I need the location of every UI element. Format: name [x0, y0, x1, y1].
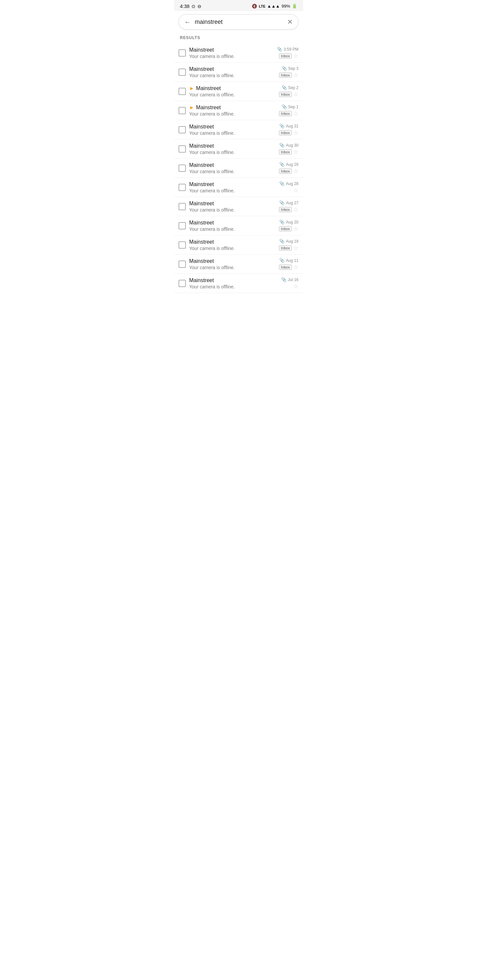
star-button-11[interactable]: ☆ [293, 264, 298, 270]
email-checkbox-7[interactable] [179, 184, 186, 191]
star-button-2[interactable]: ☆ [293, 91, 298, 97]
star-button-5[interactable]: ☆ [293, 149, 298, 155]
star-button-10[interactable]: ☆ [293, 245, 298, 251]
email-checkbox-3[interactable] [179, 107, 186, 114]
inbox-badge-9: Inbox [279, 226, 292, 231]
email-item[interactable]: Mainstreet Your camera is offline. 📎 Jul… [174, 274, 303, 293]
email-item[interactable]: Mainstreet Your camera is offline. 📎 Aug… [174, 178, 303, 197]
email-tags-row-7: ☆ [293, 188, 298, 193]
email-item[interactable]: ► Mainstreet Your camera is offline. 📎 S… [174, 101, 303, 120]
sender-name: Mainstreet [189, 200, 214, 207]
email-item[interactable]: ► Mainstreet Your camera is offline. 📎 S… [174, 82, 303, 101]
attachment-icon: 📎 [282, 66, 287, 71]
sender-name: Mainstreet [189, 124, 214, 130]
inbox-badge-0: Inbox [279, 53, 292, 59]
email-list: Mainstreet Your camera is offline. 📎 3:5… [174, 43, 303, 293]
attachment-icon: 📎 [279, 162, 284, 167]
search-bar: ← ✕ [179, 14, 298, 29]
email-date-7: Aug 28 [286, 181, 298, 186]
email-date-10: Aug 19 [286, 239, 298, 244]
email-meta-7: 📎 Aug 28 ☆ [279, 181, 298, 193]
email-snippet-12: Your camera is offline. [189, 284, 278, 290]
email-date-row-7: 📎 Aug 28 [279, 181, 298, 186]
attachment-icon: 📎 [279, 258, 284, 263]
status-bar: 4:38 ⊙ ⊖ 🔇 LTE ▲▲▲ 99% 🔋 [174, 0, 303, 11]
star-button-4[interactable]: ☆ [293, 130, 298, 136]
email-content-9: Mainstreet Your camera is offline. [189, 220, 276, 232]
time-display: 4:38 [180, 3, 190, 9]
clear-search-button[interactable]: ✕ [287, 18, 293, 26]
email-sender-0: Mainstreet [189, 47, 274, 53]
email-content-4: Mainstreet Your camera is offline. [189, 124, 276, 136]
email-item[interactable]: Mainstreet Your camera is offline. 📎 Aug… [174, 216, 303, 235]
email-item[interactable]: Mainstreet Your camera is offline. 📎 Aug… [174, 120, 303, 139]
inbox-badge-3: Inbox [279, 111, 292, 116]
attachment-icon: 📎 [277, 47, 282, 52]
email-checkbox-0[interactable] [179, 49, 186, 57]
email-snippet-0: Your camera is offline. [189, 54, 274, 59]
email-snippet-2: Your camera is offline. [189, 92, 276, 97]
email-checkbox-12[interactable] [179, 280, 186, 287]
attachment-icon: 📎 [279, 143, 284, 148]
sender-name: Mainstreet [189, 47, 214, 53]
search-input[interactable] [195, 19, 287, 25]
inbox-badge-10: Inbox [279, 245, 292, 251]
email-sender-3: ► Mainstreet [189, 105, 276, 111]
sender-name: Mainstreet [189, 162, 214, 168]
star-button-3[interactable]: ☆ [293, 111, 298, 116]
email-tags-row-11: Inbox ☆ [279, 264, 298, 270]
email-snippet-4: Your camera is offline. [189, 130, 276, 136]
email-date-row-5: 📎 Aug 30 [279, 143, 298, 148]
email-checkbox-10[interactable] [179, 241, 186, 249]
email-snippet-8: Your camera is offline. [189, 207, 276, 213]
attachment-icon: 📎 [279, 220, 284, 224]
email-tags-row-5: Inbox ☆ [279, 149, 298, 155]
star-button-1[interactable]: ☆ [293, 72, 298, 78]
email-tags-row-0: Inbox ☆ [279, 53, 298, 59]
sender-name: Mainstreet [196, 105, 221, 111]
email-checkbox-8[interactable] [179, 203, 186, 210]
star-button-0[interactable]: ☆ [293, 53, 298, 59]
email-date-row-1: 📎 Sep 3 [282, 66, 298, 71]
email-content-1: Mainstreet Your camera is offline. [189, 66, 276, 78]
email-checkbox-1[interactable] [179, 68, 186, 76]
email-checkbox-9[interactable] [179, 222, 186, 229]
email-item[interactable]: Mainstreet Your camera is offline. 📎 Aug… [174, 139, 303, 159]
star-button-7[interactable]: ☆ [293, 188, 298, 193]
email-item[interactable]: Mainstreet Your camera is offline. 📎 Aug… [174, 235, 303, 255]
email-item[interactable]: Mainstreet Your camera is offline. 📎 Sep… [174, 62, 303, 82]
email-checkbox-11[interactable] [179, 261, 186, 268]
email-tags-row-6: Inbox ☆ [279, 168, 298, 174]
email-checkbox-6[interactable] [179, 165, 186, 172]
email-checkbox-5[interactable] [179, 145, 186, 153]
email-date-row-0: 📎 3:59 PM [277, 47, 298, 52]
email-meta-6: 📎 Aug 29 Inbox ☆ [279, 162, 298, 174]
sender-name: Mainstreet [189, 66, 214, 72]
back-button[interactable]: ← [184, 18, 191, 26]
email-item[interactable]: Mainstreet Your camera is offline. 📎 Aug… [174, 197, 303, 216]
star-button-9[interactable]: ☆ [293, 226, 298, 232]
results-label: RESULTS [174, 34, 303, 43]
email-snippet-6: Your camera is offline. [189, 169, 276, 174]
attachment-icon: 📎 [279, 181, 284, 186]
email-checkbox-4[interactable] [179, 126, 186, 134]
signal-icon: ▲▲▲ [267, 4, 280, 9]
email-sender-1: Mainstreet [189, 66, 276, 72]
email-tags-row-4: Inbox ☆ [279, 130, 298, 136]
email-item[interactable]: Mainstreet Your camera is offline. 📎 Aug… [174, 159, 303, 178]
star-button-6[interactable]: ☆ [293, 168, 298, 174]
email-date-row-10: 📎 Aug 19 [279, 239, 298, 244]
email-content-11: Mainstreet Your camera is offline. [189, 258, 276, 270]
attachment-icon: 📎 [279, 200, 284, 205]
email-snippet-7: Your camera is offline. [189, 188, 276, 193]
battery-icon: 🔋 [292, 4, 297, 9]
email-content-6: Mainstreet Your camera is offline. [189, 162, 276, 174]
email-meta-4: 📎 Aug 31 Inbox ☆ [279, 124, 298, 136]
do-not-disturb-icon: ⊙ [191, 4, 195, 9]
email-item[interactable]: Mainstreet Your camera is offline. 📎 3:5… [174, 43, 303, 62]
star-button-8[interactable]: ☆ [293, 207, 298, 213]
inbox-badge-6: Inbox [279, 169, 292, 174]
email-item[interactable]: Mainstreet Your camera is offline. 📎 Aug… [174, 255, 303, 274]
email-checkbox-2[interactable] [179, 88, 186, 95]
star-button-12[interactable]: ☆ [293, 283, 298, 290]
